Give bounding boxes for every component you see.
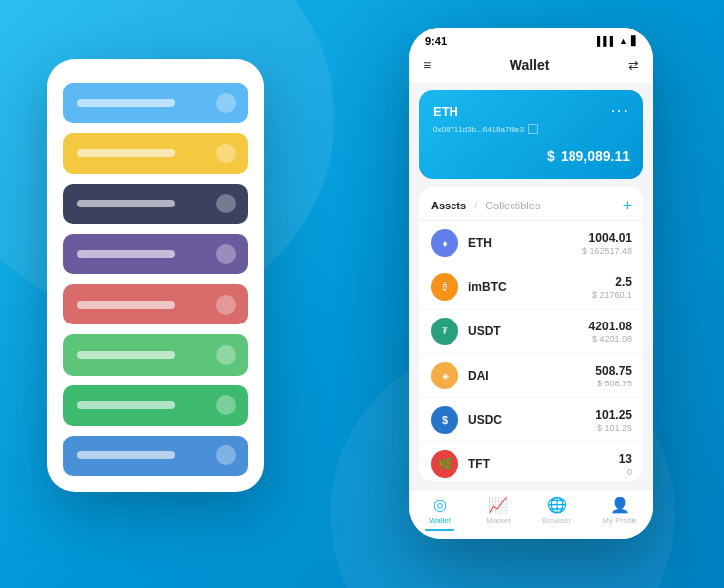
list-item[interactable] (63, 184, 248, 224)
dai-icon: ◈ (431, 362, 458, 389)
wallet-nav-label: Wallet (429, 516, 451, 525)
tft-amount: 13 (619, 452, 632, 466)
currency-symbol: $ (547, 148, 555, 164)
asset-name-usdc: USDC (468, 413, 595, 427)
asset-name-imbtc: imBTC (468, 280, 592, 294)
asset-name-tft: TFT (468, 457, 619, 471)
asset-item-imbtc[interactable]: ₿ imBTC 2.5 $ 21760.1 (419, 265, 643, 310)
dai-amount: 508.75 (595, 364, 632, 378)
list-item[interactable] (63, 436, 248, 476)
imbtc-icon: ₿ (431, 273, 458, 301)
copy-icon[interactable] (528, 124, 538, 134)
item-icon (216, 93, 236, 113)
asset-item-usdt[interactable]: ₮ USDT 4201.08 $ 4201.08 (419, 310, 643, 354)
market-nav-label: Market (486, 516, 510, 525)
item-icon (216, 194, 236, 213)
menu-icon[interactable]: ≡ (423, 57, 431, 73)
wallet-card-top: ETH ··· (433, 102, 630, 120)
item-icon (216, 345, 236, 365)
item-icon (216, 445, 236, 465)
item-label (77, 149, 175, 157)
tab-divider: / (474, 200, 477, 211)
usdc-amount: 101.25 (595, 408, 632, 422)
tab-collectibles[interactable]: Collectibles (485, 200, 540, 211)
dai-usd: $ 508.75 (595, 379, 632, 388)
browser-nav-icon: 🌐 (547, 496, 567, 514)
tft-icon: 🌿 (431, 450, 458, 478)
usdt-icon: ₮ (431, 318, 458, 345)
nav-browser[interactable]: 🌐 Browser (542, 496, 571, 531)
profile-nav-icon: 👤 (610, 496, 630, 514)
wallet-nav-icon: ◎ (433, 496, 447, 514)
item-label (77, 301, 175, 309)
balance-amount: 189,089.11 (561, 148, 630, 164)
app-header: ≡ Wallet ⇄ (409, 51, 653, 83)
usdc-icon: $ (431, 406, 458, 434)
item-label (77, 451, 175, 459)
asset-item-usdc[interactable]: $ USDC 101.25 $ 101.25 (419, 398, 643, 442)
nav-wallet[interactable]: ◎ Wallet (425, 496, 454, 531)
bottom-nav: ◎ Wallet 📈 Market 🌐 Browser 👤 My Profile (409, 489, 653, 539)
front-phone: 9:41 ▌▌▌ ▲ ▊ ≡ Wallet ⇄ ETH ··· 0x08711d… (409, 28, 653, 539)
usdt-amounts: 4201.08 $ 4201.08 (589, 320, 632, 344)
assets-section: Assets / Collectibles + ♦ ETH 1004.01 $ … (419, 187, 643, 481)
asset-item-eth[interactable]: ♦ ETH 1004.01 $ 162517.48 (419, 221, 643, 265)
scan-icon[interactable]: ⇄ (628, 57, 639, 73)
list-item[interactable] (63, 284, 248, 324)
asset-item-tft[interactable]: 🌿 TFT 13 0 (419, 442, 643, 481)
tab-assets[interactable]: Assets (431, 200, 466, 211)
asset-name-dai: DAI (468, 369, 595, 382)
market-nav-icon: 📈 (488, 496, 508, 514)
item-label (77, 250, 175, 258)
list-item[interactable] (63, 234, 248, 274)
assets-header: Assets / Collectibles + (419, 187, 643, 221)
wallet-card: ETH ··· 0x08711d3b...6418a7f8e3 $ 189,08… (419, 90, 643, 179)
item-icon (216, 395, 236, 415)
eth-icon: ♦ (431, 229, 458, 257)
usdt-usd: $ 4201.08 (589, 334, 632, 344)
item-icon (216, 144, 236, 163)
usdt-amount: 4201.08 (589, 320, 632, 333)
item-label (77, 99, 175, 107)
wallet-ticker: ETH (433, 104, 458, 119)
profile-nav-label: My Profile (602, 516, 637, 525)
wifi-icon: ▲ (619, 36, 628, 46)
status-time: 9:41 (425, 35, 447, 47)
list-item[interactable] (63, 334, 248, 375)
assets-tabs: Assets / Collectibles (431, 200, 540, 211)
list-item[interactable] (63, 133, 248, 173)
browser-nav-label: Browser (542, 516, 571, 525)
back-phone (47, 59, 264, 492)
asset-list: ♦ ETH 1004.01 $ 162517.48 ₿ imBTC 2.5 $ … (419, 221, 643, 481)
item-label (77, 401, 175, 409)
status-bar: 9:41 ▌▌▌ ▲ ▊ (409, 28, 653, 51)
signal-icon: ▌▌▌ (597, 36, 616, 46)
list-item[interactable] (63, 83, 248, 123)
usdc-amounts: 101.25 $ 101.25 (595, 408, 632, 433)
status-icons: ▌▌▌ ▲ ▊ (597, 36, 637, 46)
page-title: Wallet (510, 57, 550, 73)
add-asset-button[interactable]: + (623, 197, 632, 214)
tft-usd: 0 (619, 467, 632, 477)
eth-amounts: 1004.01 $ 162517.48 (582, 231, 632, 256)
asset-name-eth: ETH (468, 236, 582, 250)
item-label (77, 351, 175, 359)
wallet-address-text: 0x08711d3b...6418a7f8e3 (433, 125, 524, 134)
asset-name-usdt: USDT (468, 324, 589, 338)
item-label (77, 200, 175, 207)
nav-active-indicator (425, 529, 454, 531)
imbtc-amounts: 2.5 $ 21760.1 (592, 275, 632, 300)
asset-item-dai[interactable]: ◈ DAI 508.75 $ 508.75 (419, 354, 643, 398)
wallet-more-icon[interactable]: ··· (611, 102, 630, 120)
imbtc-usd: $ 21760.1 (592, 290, 632, 300)
item-icon (216, 244, 236, 264)
usdc-usd: $ 101.25 (595, 423, 632, 433)
list-item[interactable] (63, 385, 248, 426)
eth-usd: $ 162517.48 (582, 246, 632, 256)
nav-market[interactable]: 📈 Market (486, 496, 510, 531)
nav-profile[interactable]: 👤 My Profile (602, 496, 637, 531)
eth-amount: 1004.01 (582, 231, 632, 245)
wallet-balance: $ 189,089.11 (433, 142, 630, 167)
imbtc-amount: 2.5 (592, 275, 632, 289)
battery-icon: ▊ (631, 36, 637, 46)
